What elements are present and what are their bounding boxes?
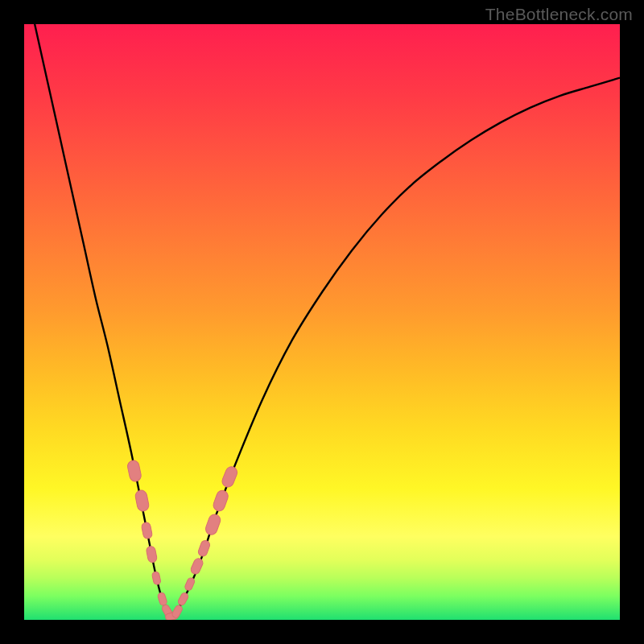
plot-area (24, 24, 620, 620)
attribution-text: TheBottleneck.com (485, 5, 633, 24)
curve-marker (177, 592, 189, 606)
curve-marker (221, 465, 239, 489)
curve-markers (126, 460, 239, 620)
curve-marker (212, 489, 229, 512)
curve-marker (171, 605, 183, 619)
curve-marker (126, 460, 142, 482)
curve-marker (197, 539, 211, 558)
plot-svg (24, 24, 620, 620)
curve-marker (190, 557, 204, 576)
curve-marker (146, 546, 158, 564)
curve-marker (204, 513, 221, 536)
curve-marker (151, 571, 161, 585)
bottleneck-curve (24, 24, 620, 617)
curve-marker (141, 522, 153, 539)
curve-marker (157, 592, 167, 606)
chart-frame: TheBottleneck.com (0, 0, 644, 644)
curve-marker (134, 489, 150, 512)
curve-marker (184, 577, 196, 592)
